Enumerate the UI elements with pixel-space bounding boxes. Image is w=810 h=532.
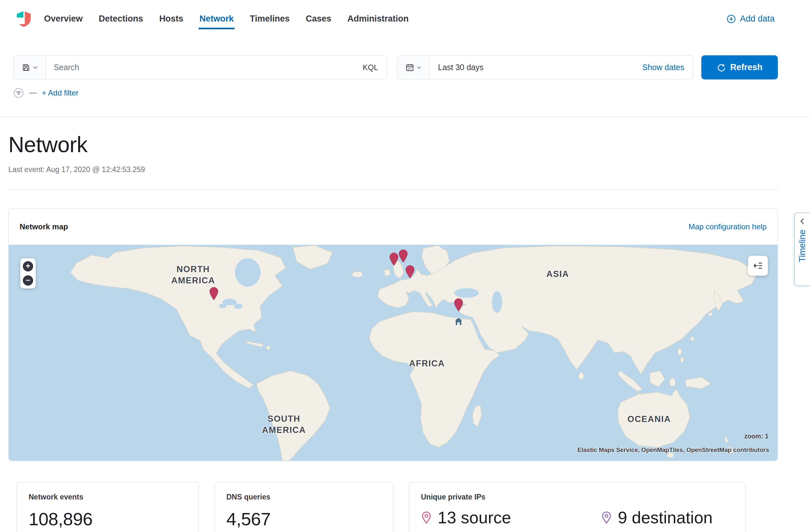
date-picker: Last 30 days Show dates (397, 55, 693, 79)
legend-collapse-icon (753, 261, 763, 271)
add-filter-button[interactable]: + Add filter (42, 88, 79, 97)
nav-item-detections[interactable]: Detections (91, 0, 151, 38)
refresh-button[interactable]: Refresh (701, 55, 778, 79)
map-continent-label: NORTH AMERICA (172, 264, 215, 286)
refresh-icon (717, 63, 726, 72)
map-panel-title: Network map (20, 222, 68, 231)
filter-divider (29, 93, 37, 94)
nav-label: Detections (99, 14, 143, 24)
search-bar: KQL (14, 55, 387, 79)
nav-item-overview[interactable]: Overview (36, 0, 91, 38)
map-continent-label: OCEANIA (627, 414, 671, 425)
circle-plus-icon (726, 14, 736, 24)
saved-query-menu-button[interactable] (14, 55, 46, 79)
show-dates-label: Show dates (642, 63, 684, 72)
zoom-in-button[interactable]: + (23, 261, 33, 272)
map-pin-europe[interactable] (405, 265, 415, 280)
network-page: Network Last event: Aug 17, 2020 @ 12:42… (0, 117, 810, 532)
timeline-tab-label: Timeline (797, 230, 807, 262)
network-map-panel: Network map Map configuration help (9, 208, 778, 461)
nav-label: Administration (347, 14, 409, 24)
map-configuration-help-link[interactable]: Map configuration help (688, 222, 766, 231)
stats-row: Network events 108,896 DNS queries 4,567… (17, 482, 746, 532)
date-picker-menu-button[interactable] (398, 55, 430, 79)
calendar-icon (405, 63, 414, 72)
map-attribution[interactable]: Elastic Maps Service, OpenMapTiles, Open… (578, 447, 769, 453)
nav-label: Timelines (250, 14, 290, 24)
map-continent-label: ASIA (546, 269, 569, 280)
stat-title: DNS queries (226, 493, 382, 501)
top-navigation: Overview Detections Hosts Network Timeli… (0, 0, 810, 38)
map-continent-label: SOUTH AMERICA (262, 413, 306, 436)
add-data-label: Add data (740, 14, 775, 24)
kql-label: KQL (363, 63, 378, 72)
nav-label: Cases (306, 14, 331, 24)
content-divider (9, 190, 778, 190)
map-pin-uk-1[interactable] (389, 253, 399, 267)
map-markers-layer: NORTH AMERICAASIAAFRICASOUTH AMERICAOCEA… (9, 245, 778, 461)
destination-pin-icon (601, 511, 612, 524)
source-ips-stat: 13 source (421, 508, 511, 527)
source-pin-icon (421, 511, 432, 524)
nav-item-network[interactable]: Network (191, 0, 242, 38)
chevron-left-icon (800, 218, 805, 225)
show-dates-button[interactable]: Show dates (642, 55, 693, 79)
zoom-out-button[interactable]: − (23, 275, 33, 286)
chevron-down-icon (33, 66, 38, 69)
stat-title: Unique private IPs (421, 493, 734, 501)
nav-label: Hosts (159, 14, 183, 24)
unique-private-ips-card: Unique private IPs 13 source 9 destinati… (409, 482, 746, 532)
network-events-card: Network events 108,896 (17, 482, 199, 532)
save-icon (22, 63, 30, 72)
kql-syntax-button[interactable]: KQL (363, 55, 387, 79)
dns-queries-value: 4,567 (226, 509, 382, 529)
map-pin-us[interactable] (209, 287, 218, 302)
world-map-canvas[interactable]: NORTH AMERICAASIAAFRICASOUTH AMERICAOCEA… (9, 245, 778, 461)
filter-icon[interactable] (14, 88, 24, 98)
nav-item-hosts[interactable]: Hosts (151, 0, 191, 38)
add-data-button[interactable]: Add data (726, 14, 775, 24)
page-title: Network (9, 132, 778, 157)
security-app-logo[interactable] (15, 11, 32, 27)
dns-queries-card: DNS queries 4,567 (214, 482, 393, 532)
destination-ips-stat: 9 destination (601, 508, 713, 527)
search-input[interactable] (46, 55, 363, 79)
map-pin-uk-2[interactable] (399, 249, 408, 264)
map-continent-label: AFRICA (409, 358, 445, 369)
main-nav: Overview Detections Hosts Network Timeli… (36, 0, 417, 38)
map-pin-middle-east[interactable] (454, 298, 463, 313)
refresh-label: Refresh (730, 62, 763, 72)
map-home-marker[interactable] (453, 316, 464, 328)
nav-item-cases[interactable]: Cases (298, 0, 340, 38)
destination-ips-value: 9 destination (618, 508, 713, 527)
zoom-level-indicator: zoom: 1 (744, 433, 768, 440)
nav-label: Network (199, 14, 234, 24)
date-range-value[interactable]: Last 30 days (430, 55, 642, 79)
chevron-down-icon (417, 66, 422, 69)
map-legend-toggle-button[interactable] (748, 256, 768, 276)
query-bar-section: KQL Last 30 days Show dates Refresh (0, 38, 810, 117)
nav-label: Overview (44, 14, 83, 24)
source-ips-value: 13 source (438, 508, 511, 527)
date-range-label: Last 30 days (438, 63, 484, 72)
map-zoom-controls: + − (20, 258, 36, 289)
nav-item-administration[interactable]: Administration (339, 0, 417, 38)
last-event-timestamp: Last event: Aug 17, 2020 @ 12:42:53.259 (9, 165, 778, 174)
filter-bar: + Add filter (14, 88, 778, 98)
nav-item-timelines[interactable]: Timelines (242, 0, 298, 38)
network-events-value: 108,896 (29, 509, 187, 529)
timeline-flyout-toggle[interactable]: Timeline (794, 213, 810, 286)
stat-title: Network events (29, 493, 187, 501)
